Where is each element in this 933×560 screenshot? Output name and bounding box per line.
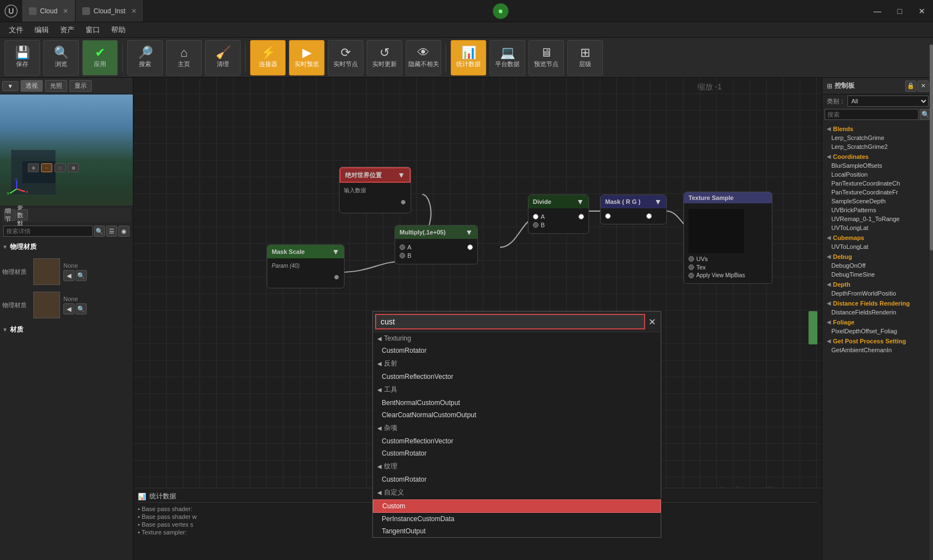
platform-data-button[interactable]: 💻 平台数据: [490, 40, 525, 76]
menu-file[interactable]: 文件: [4, 24, 28, 36]
search-item-customreflection-2[interactable]: CustomReflectionVector: [373, 435, 661, 447]
item-getambient[interactable]: GetAmbientChemanIn: [822, 346, 933, 354]
realtime-preview-button[interactable]: ▶ 实时预览: [289, 40, 325, 76]
item-uvtolonglat-2[interactable]: UVToLongLat: [822, 242, 933, 251]
list-view-button[interactable]: ☰: [106, 226, 117, 237]
clean-button[interactable]: 🧹 清理: [205, 40, 241, 76]
hide-unrelated-button[interactable]: 👁 隐藏不相关: [406, 40, 441, 76]
tab-cloud[interactable]: Cloud ✕: [22, 0, 76, 22]
search-input[interactable]: [3, 226, 93, 237]
category-select[interactable]: All: [847, 96, 929, 107]
node-input-expand[interactable]: ▼: [397, 171, 405, 179]
canvas-area[interactable]: 缩放 -1 绝对世界位置 ▼ 输入数据 ● Mask Scale ▼ Param…: [133, 78, 822, 560]
physics-section-header[interactable]: ▼ 物理材质: [2, 240, 131, 254]
item-distancefields[interactable]: DistanceFieldsRenderin: [822, 308, 933, 317]
gizmo-translate[interactable]: ⊕: [28, 163, 39, 172]
perspective-button[interactable]: 透视: [21, 80, 43, 92]
apply-button[interactable]: ✔ 应用: [82, 40, 118, 76]
item-lerp-scratchgrime[interactable]: Lerp_ScratchGrime: [822, 133, 933, 142]
right-scrollbar[interactable]: [930, 44, 933, 560]
right-panel-close[interactable]: ✕: [917, 81, 929, 92]
section-debug-header[interactable]: Debug: [822, 252, 933, 261]
lighting-button[interactable]: 光照: [45, 80, 67, 92]
item-localposition[interactable]: LocalPosition: [822, 170, 933, 179]
home-button[interactable]: ⌂ 主页: [166, 40, 202, 76]
param-tab[interactable]: 参数默: [17, 209, 28, 221]
search-item-customrotator-1[interactable]: CustomRotator: [373, 344, 661, 357]
node-mask-scale-expand[interactable]: ▼: [332, 247, 340, 256]
section-coordinates-header[interactable]: Coordinates: [822, 152, 933, 161]
right-panel-lock[interactable]: 🔒: [905, 81, 916, 92]
minimize-button[interactable]: —: [866, 0, 889, 22]
node-mask-rg-expand[interactable]: ▼: [654, 197, 662, 206]
dropdown-arrow[interactable]: ▼: [2, 81, 18, 91]
node-multiply-expand[interactable]: ▼: [465, 228, 473, 237]
item-samplescenedepth[interactable]: SampleSceneDepth: [822, 197, 933, 206]
search-item-customrotator-3[interactable]: CustomRotator: [373, 473, 661, 486]
search-item-perinstance[interactable]: PerInstanceCustomData: [373, 513, 661, 525]
search-popup: ✕ Texturing CustomRotator 反射 CustomRefle…: [372, 311, 661, 538]
stats-button[interactable]: 📊 统计数据: [451, 40, 486, 76]
search-item-custom[interactable]: Custom: [373, 499, 661, 513]
realtime-update-button[interactable]: ↺ 实时更新: [367, 40, 402, 76]
close-button[interactable]: ✕: [911, 0, 933, 22]
node-multiply-pin-a-label: A: [407, 244, 411, 251]
right-search-input[interactable]: [825, 109, 919, 120]
menu-edit[interactable]: 编辑: [30, 24, 53, 36]
node-mask-scale: Mask Scale ▼ Param (40) ●: [267, 244, 345, 288]
tab-cloud-inst-close[interactable]: ✕: [131, 7, 137, 15]
tab-cloud-close[interactable]: ✕: [63, 7, 68, 15]
search-button[interactable]: 🔎 搜索: [127, 40, 163, 76]
item-blursample[interactable]: BlurSampleOffsets: [822, 161, 933, 170]
right-search-icon-btn[interactable]: 🔍: [920, 109, 931, 120]
node-divide-expand[interactable]: ▼: [576, 197, 584, 206]
search-item-customrotator-2[interactable]: CustomRotator: [373, 447, 661, 459]
search-item-customreflection-1[interactable]: CustomReflectionVector: [373, 371, 661, 383]
gizmo-extra[interactable]: ⊠: [68, 163, 79, 172]
detail-tab[interactable]: 细节: [4, 209, 16, 221]
search-popup-input[interactable]: [375, 314, 645, 329]
item-pantexcoordch[interactable]: PanTextureCoordinateCh: [822, 179, 933, 188]
item-uvbrickpatterns[interactable]: UVBrickPatterns: [822, 206, 933, 214]
gizmo-scale[interactable]: □: [54, 163, 66, 172]
save-button[interactable]: 💾 保存: [4, 40, 40, 76]
realtime-node-button[interactable]: ⟳ 实时节点: [328, 40, 363, 76]
section-blends-header[interactable]: Blends: [822, 124, 933, 133]
section-depth-header[interactable]: Depth: [822, 280, 933, 289]
item-pixeldepth[interactable]: PixelDepthOffset_Foliag: [822, 327, 933, 336]
maximize-button[interactable]: □: [889, 0, 911, 22]
section-get-post-process-header[interactable]: Get Post Process Setting: [822, 337, 933, 346]
mat-browse-button-1[interactable]: 🔍: [76, 270, 87, 281]
display-button[interactable]: 显示: [69, 80, 92, 92]
search-button[interactable]: 🔍: [94, 226, 105, 237]
section-foliage-header[interactable]: Foliage: [822, 318, 933, 327]
item-debugonoff[interactable]: DebugOnOff: [822, 261, 933, 270]
right-scrollbar-thumb[interactable]: [930, 44, 933, 251]
search-item-clearcoat[interactable]: ClearCoatNormalCustomOutput: [373, 409, 661, 421]
tab-cloud-inst[interactable]: Cloud_Inst ✕: [76, 0, 143, 22]
mat-prev-button-1[interactable]: ◀: [63, 270, 74, 281]
gizmo-rotate[interactable]: ○: [41, 163, 52, 172]
section-cubemaps-header[interactable]: Cubemaps: [822, 233, 933, 242]
hierarchy-button[interactable]: ⊞ 层级: [567, 40, 603, 76]
mat-browse-button-2[interactable]: 🔍: [76, 303, 87, 314]
menu-window[interactable]: 窗口: [81, 24, 104, 36]
item-uvtolonglat-1[interactable]: UVToLongLat: [822, 223, 933, 232]
item-pantexcoordfr[interactable]: PanTextureCoordinateFr: [822, 188, 933, 197]
section-distance-fields-header[interactable]: Distance Fields Rendering: [822, 299, 933, 308]
preview-node-button[interactable]: 🖥 预览节点: [528, 40, 564, 76]
item-lerp-scratchgrime2[interactable]: Lerp_ScratchGrime2: [822, 142, 933, 151]
connector-button[interactable]: ⚡ 连接器: [250, 40, 286, 76]
item-depthfromworld[interactable]: DepthFromWorldPositio: [822, 289, 933, 298]
search-item-bentnormal[interactable]: BentNormalCustomOutput: [373, 397, 661, 409]
browse-button[interactable]: 🔍 浏览: [43, 40, 79, 76]
menu-help[interactable]: 帮助: [107, 24, 130, 36]
filter-button[interactable]: ◉: [118, 226, 129, 237]
item-debugtimesine[interactable]: DebugTimeSine: [822, 270, 933, 279]
item-uvremap[interactable]: UVRemap_0-1_ToRange: [822, 214, 933, 223]
search-item-tangent[interactable]: TangentOutput: [373, 525, 661, 537]
material-section-header[interactable]: ▼ 材质: [2, 323, 131, 337]
search-popup-close[interactable]: ✕: [645, 315, 658, 328]
mat-prev-button-2[interactable]: ◀: [63, 303, 74, 314]
menu-asset[interactable]: 资产: [56, 24, 79, 36]
